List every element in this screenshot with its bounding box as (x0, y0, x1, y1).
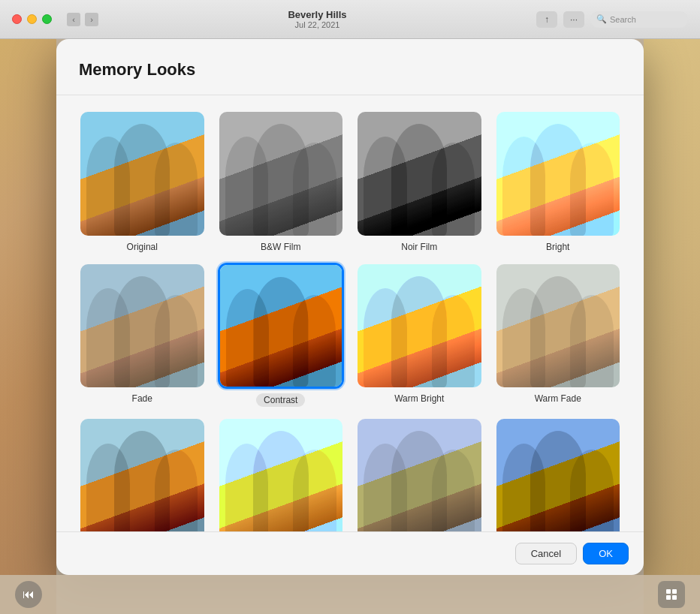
look-label-wrapper-bright: Bright (546, 242, 569, 252)
photo-overlay-bright (496, 112, 620, 236)
search-box[interactable]: 🔍 Search (590, 11, 688, 28)
person-right-cool-fade (432, 450, 475, 531)
look-photo-bright (496, 112, 620, 236)
photo-overlay-fade (80, 264, 204, 388)
person-right-warm-bright (432, 295, 475, 387)
look-thumbnail-warm-contrast (79, 417, 206, 531)
window-subtitle: Jul 22, 2021 (98, 20, 536, 29)
maximize-button[interactable] (42, 14, 52, 24)
look-photo-cool-fade (358, 419, 481, 531)
more-button[interactable]: ··· (563, 11, 584, 28)
nav-forward-button[interactable]: › (85, 13, 98, 26)
photo-overlay-contrast (220, 265, 342, 387)
search-placeholder: Search (610, 15, 636, 24)
person-left-noir-film (364, 137, 407, 236)
person-right-fade (155, 295, 198, 387)
look-thumbnail-cool-fade (356, 417, 483, 531)
look-item-fade[interactable]: Fade (79, 263, 206, 408)
look-label-wrapper-warm-fade: Warm Fade (535, 393, 581, 404)
look-item-cool-bright[interactable]: Cool Bright (218, 417, 345, 531)
look-thumbnail-contrast (218, 263, 345, 390)
cancel-button[interactable]: Cancel (515, 543, 577, 564)
person-right-warm-contrast (155, 450, 198, 531)
look-label-bw-film: B&W Film (261, 242, 300, 252)
person-right-warm-fade (570, 295, 614, 387)
look-item-contrast[interactable]: Contrast (218, 263, 345, 408)
look-label-noir-film: Noir Film (401, 242, 437, 252)
person-left-original (86, 137, 130, 236)
look-photo-warm-contrast (80, 419, 204, 531)
look-item-bright[interactable]: Bright (495, 110, 622, 252)
look-photo-fade (80, 264, 204, 388)
look-label-wrapper-warm-bright: Warm Bright (394, 393, 444, 404)
photo-overlay-original (80, 112, 204, 236)
background-left (0, 39, 56, 614)
look-photo-noir-film (358, 112, 481, 236)
look-label-wrapper-bw-film: B&W Film (261, 242, 300, 252)
look-photo-bw-film (219, 112, 343, 236)
prev-button[interactable]: ⏮ (15, 581, 42, 608)
look-thumbnail-cool-bright (218, 417, 345, 531)
person-left-cool-bright (225, 444, 269, 531)
prev-icon: ⏮ (23, 588, 35, 601)
look-thumbnail-cool-contrast (495, 417, 622, 531)
photo-overlay-noir-film (358, 112, 481, 236)
playback-bar: ⏮ (0, 575, 700, 614)
svg-rect-3 (672, 595, 677, 600)
look-item-warm-bright[interactable]: Warm Bright (356, 263, 483, 408)
look-label-wrapper-original: Original (127, 242, 158, 252)
look-thumbnail-warm-fade (495, 263, 622, 390)
ok-button[interactable]: OK (583, 543, 629, 564)
person-left-contrast (226, 289, 269, 387)
minimize-button[interactable] (27, 14, 37, 24)
modal-header: Memory Looks (56, 39, 644, 95)
photo-overlay-cool-bright (219, 419, 343, 531)
look-photo-warm-fade (496, 264, 620, 388)
look-thumbnail-original (79, 110, 206, 237)
look-thumbnail-bright (495, 110, 622, 237)
look-label-wrapper-contrast: Contrast (256, 393, 305, 407)
look-thumbnail-warm-bright (356, 263, 483, 390)
share-button[interactable]: ↑ (536, 11, 557, 28)
look-item-original[interactable]: Original (79, 110, 206, 252)
look-item-cool-fade[interactable]: Cool Fade (356, 417, 483, 531)
modal-footer: Cancel OK (56, 531, 644, 575)
looks-grid: OriginalB&W FilmNoir FilmBrightFadeContr… (79, 110, 621, 531)
person-right-bw-film (293, 143, 336, 235)
person-left-warm-bright (364, 288, 407, 387)
svg-rect-2 (666, 595, 671, 600)
search-icon: 🔍 (596, 14, 607, 24)
person-left-bw-film (225, 137, 269, 236)
person-left-fade (86, 288, 130, 387)
photo-overlay-warm-bright (358, 264, 481, 388)
photo-overlay-cool-contrast (496, 419, 620, 531)
look-photo-warm-bright (358, 264, 481, 388)
look-item-cool-contrast[interactable]: Cool Contrast (495, 417, 622, 531)
photo-overlay-warm-contrast (80, 419, 204, 531)
look-photo-cool-contrast (496, 419, 620, 531)
look-item-noir-film[interactable]: Noir Film (356, 110, 483, 252)
close-button[interactable] (12, 14, 22, 24)
modal-overlay: Memory Looks OriginalB&W FilmNoir FilmBr… (56, 39, 644, 575)
nav-back-button[interactable]: ‹ (67, 13, 80, 26)
person-left-cool-fade (364, 444, 407, 531)
memory-looks-modal: Memory Looks OriginalB&W FilmNoir FilmBr… (56, 39, 644, 575)
look-thumbnail-noir-film (356, 110, 483, 237)
window-title: Beverly Hills (98, 9, 536, 21)
look-item-bw-film[interactable]: B&W Film (218, 110, 345, 252)
grid-button[interactable] (658, 581, 685, 608)
look-label-wrapper-noir-film: Noir Film (401, 242, 437, 252)
modal-body: OriginalB&W FilmNoir FilmBrightFadeContr… (56, 95, 644, 531)
modal-title: Memory Looks (79, 60, 621, 80)
look-item-warm-contrast[interactable]: Warm Contrast (79, 417, 206, 531)
look-photo-original (80, 112, 204, 236)
traffic-lights (12, 14, 52, 24)
look-item-warm-fade[interactable]: Warm Fade (495, 263, 622, 408)
window-title-area: Beverly Hills Jul 22, 2021 (98, 9, 536, 30)
look-label-warm-bright: Warm Bright (394, 393, 444, 404)
look-label-wrapper-fade: Fade (132, 393, 152, 404)
look-photo-contrast (220, 265, 342, 387)
window-chrome: ‹ › Beverly Hills Jul 22, 2021 ↑ ··· 🔍 S… (0, 0, 700, 39)
grid-icon (665, 588, 677, 600)
photo-overlay-cool-fade (358, 419, 481, 531)
